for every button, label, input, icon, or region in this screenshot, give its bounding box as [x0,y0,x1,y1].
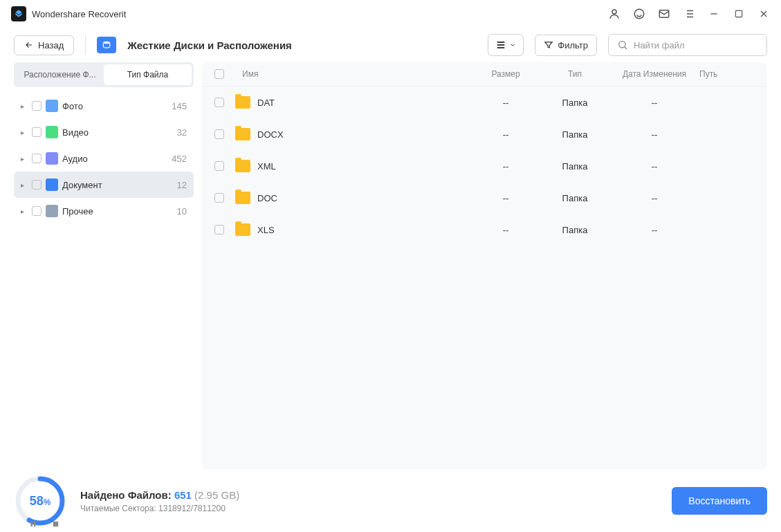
sidebar-item-audio[interactable]: ▸ Аудио 452 [14,145,194,172]
sectors-label: Читаемые Сектора: [80,504,156,513]
col-name[interactable]: Имя [235,69,471,79]
chevron-right-icon: ▸ [21,129,28,136]
back-button[interactable]: Назад [14,35,74,55]
recover-button[interactable]: Восстановить [672,487,767,515]
table-row[interactable]: XLS -- Папка -- [202,214,767,246]
row-name: DOC [257,193,277,203]
filter-label: Фильтр [558,40,588,51]
checkbox[interactable] [32,180,42,190]
sectors-value: 1318912/7811200 [158,504,226,513]
table-row[interactable]: DOC -- Папка -- [202,182,767,214]
row-checkbox[interactable] [214,161,224,171]
col-type[interactable]: Тип [540,69,609,79]
svg-point-1 [634,9,644,19]
svg-rect-9 [34,521,36,526]
col-date[interactable]: Дата Изменения [609,69,699,79]
progress-percent: 58 [30,494,44,508]
mail-icon[interactable] [658,8,670,20]
video-icon [46,126,58,138]
back-label: Назад [38,40,64,51]
row-type: Папка [540,193,609,203]
sidebar-item-count: 32 [177,127,187,138]
search-icon [617,39,628,51]
main: Расположение Ф... Тип Файла ▸ Фото 145▸ … [0,62,781,470]
tab-filetype[interactable]: Тип Файла [104,64,192,85]
app-logo [11,6,26,21]
tab-location[interactable]: Расположение Ф... [16,64,104,85]
sidebar-tree: ▸ Фото 145▸ Видео 32▸ Аудио 452▸ Докумен… [14,93,194,470]
row-size: -- [471,161,540,172]
svg-point-4 [104,42,110,44]
footer: 58% Найдено Файлов: 651 (2.95 GB) Читаем… [0,470,781,532]
found-size: (2.95 GB) [194,489,239,501]
folder-icon [235,223,250,236]
folder-icon [235,128,250,140]
svg-point-5 [619,42,625,48]
checkbox[interactable] [32,101,42,111]
folder-icon [235,96,250,109]
menu-list-icon[interactable] [683,8,695,20]
row-checkbox[interactable] [214,193,224,203]
chevron-right-icon: ▸ [21,155,28,163]
account-icon[interactable] [608,8,621,20]
checkbox[interactable] [32,154,42,163]
table-header: Имя Размер Тип Дата Изменения Путь [202,62,767,86]
sidebar-item-count: 452 [172,154,187,164]
maximize-icon[interactable] [733,8,745,20]
chevron-right-icon: ▸ [21,208,28,215]
row-date: -- [609,225,699,235]
row-type: Папка [540,225,609,235]
sidebar-item-label: Видео [62,127,173,138]
row-date: -- [609,129,699,140]
table-row[interactable]: DOCX -- Папка -- [202,118,767,150]
progress-unit: % [44,497,51,507]
doc-icon [46,178,58,191]
close-icon[interactable] [757,8,770,20]
sidebar-item-photo[interactable]: ▸ Фото 145 [14,93,194,119]
sidebar-item-label: Документ [62,180,173,190]
sidebar-item-label: Прочее [62,206,173,217]
svg-point-0 [612,10,616,14]
sidebar-item-video[interactable]: ▸ Видео 32 [14,119,194,145]
chevron-right-icon: ▸ [21,102,28,110]
row-type: Папка [540,161,609,172]
stop-icon[interactable] [50,518,61,529]
row-checkbox[interactable] [214,225,224,235]
pause-icon[interactable] [28,518,39,529]
toolbar: Назад Жесткие Диски и Расположения Фильт… [0,28,781,62]
row-date: -- [609,98,699,108]
svg-rect-3 [735,10,742,17]
row-size: -- [471,193,540,203]
minimize-icon[interactable] [708,8,720,20]
found-label: Найдено Файлов: [80,489,172,501]
col-path[interactable]: Путь [699,69,755,79]
row-date: -- [609,161,699,172]
table-row[interactable]: DAT -- Папка -- [202,86,767,118]
sectors-line: Читаемые Сектора: 1318912/7811200 [80,504,658,513]
audio-icon [46,152,58,165]
found-line: Найдено Файлов: 651 (2.95 GB) [80,489,658,501]
search-box[interactable] [608,34,767,56]
photo-icon [46,100,58,112]
app-title: Wondershare Recoverit [32,9,126,19]
search-input[interactable] [634,40,758,51]
row-size: -- [471,129,540,140]
sidebar-item-doc[interactable]: ▸ Документ 12 [14,172,194,198]
sidebar-tabs: Расположение Ф... Тип Файла [14,62,194,87]
checkbox[interactable] [32,127,42,137]
row-size: -- [471,98,540,108]
view-mode-button[interactable] [488,34,524,56]
select-all-checkbox[interactable] [214,69,224,79]
col-size[interactable]: Размер [471,69,540,79]
support-icon[interactable] [633,8,645,20]
row-checkbox[interactable] [214,98,224,107]
disk-icon [97,37,116,53]
filter-button[interactable]: Фильтр [535,35,597,56]
checkbox[interactable] [32,206,42,216]
table-row[interactable]: XML -- Папка -- [202,150,767,182]
sidebar-item-count: 12 [177,180,187,190]
row-checkbox[interactable] [214,129,224,139]
sidebar-item-label: Фото [62,101,167,111]
sidebar-item-other[interactable]: ▸ Прочее 10 [14,198,194,224]
row-type: Папка [540,98,609,108]
